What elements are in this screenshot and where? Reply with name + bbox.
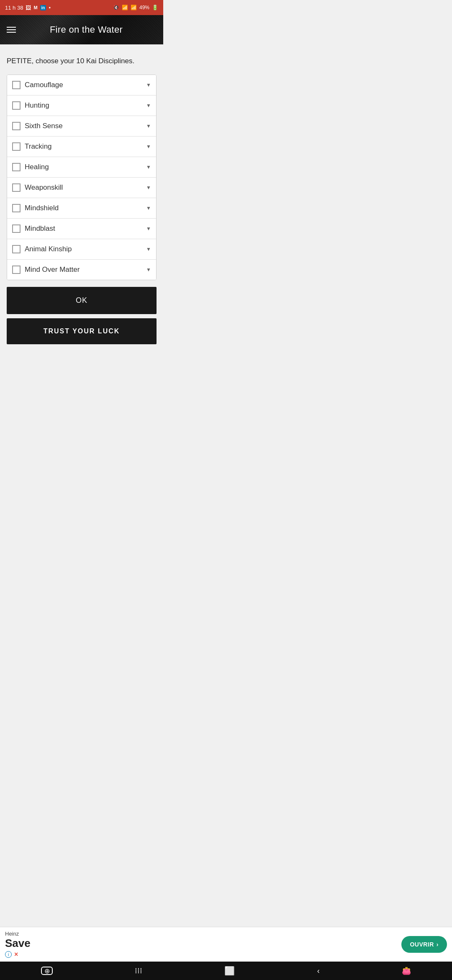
status-bar: 11 h 38 🖼 M in • 🔇 📶 📶 49% 🔋 [0,0,163,15]
discipline-left-mindblast: Mindblast [12,224,55,233]
mute-icon: 🔇 [113,5,119,10]
wifi-icon: 📶 [122,5,128,10]
discipline-item-animal-kinship[interactable]: Animal Kinship▼ [7,239,156,260]
discipline-label-hunting: Hunting [25,101,49,110]
discipline-item-hunting[interactable]: Hunting▼ [7,95,156,116]
discipline-chevron-hunting: ▼ [146,103,151,108]
trust-your-luck-button[interactable]: TRUST YOUR LUCK [7,318,157,344]
discipline-checkbox-sixth-sense[interactable] [12,122,21,130]
status-right: 🔇 📶 📶 49% 🔋 [113,5,158,10]
hamburger-menu[interactable] [7,27,16,33]
discipline-item-sixth-sense[interactable]: Sixth Sense▼ [7,116,156,137]
signal-icon: 📶 [131,5,137,10]
discipline-label-mind-over-matter: Mind Over Matter [25,266,80,274]
discipline-left-tracking: Tracking [12,142,52,151]
linkedin-icon: in [40,5,46,10]
discipline-chevron-animal-kinship: ▼ [146,246,151,252]
discipline-label-animal-kinship: Animal Kinship [25,245,72,253]
discipline-item-weaponskill[interactable]: Weaponskill▼ [7,178,156,198]
discipline-chevron-mind-over-matter: ▼ [146,267,151,273]
discipline-left-hunting: Hunting [12,101,49,110]
ok-button[interactable]: OK [7,287,157,314]
discipline-chevron-camouflage: ▼ [146,82,151,88]
discipline-checkbox-healing[interactable] [12,163,21,171]
dot-indicator: • [49,5,51,11]
status-time: 11 h 38 [5,5,23,11]
discipline-label-sixth-sense: Sixth Sense [25,122,63,130]
app-header: Fire on the Water [0,15,163,44]
discipline-chevron-sixth-sense: ▼ [146,123,151,129]
status-left: 11 h 38 🖼 M in • [5,5,51,11]
discipline-label-mindshield: Mindshield [25,204,59,212]
battery-level: 49% [139,5,149,10]
discipline-label-camouflage: Camouflage [25,81,63,89]
discipline-item-tracking[interactable]: Tracking▼ [7,137,156,157]
discipline-label-weaponskill: Weaponskill [25,183,63,192]
discipline-checkbox-animal-kinship[interactable] [12,245,21,253]
discipline-checkbox-mindblast[interactable] [12,224,21,233]
discipline-checkbox-weaponskill[interactable] [12,183,21,192]
discipline-checkbox-tracking[interactable] [12,142,21,151]
discipline-checkbox-hunting[interactable] [12,101,21,110]
discipline-left-animal-kinship: Animal Kinship [12,245,72,253]
gmail-icon: M [33,5,37,10]
discipline-left-weaponskill: Weaponskill [12,183,63,192]
discipline-checkbox-camouflage[interactable] [12,81,21,89]
discipline-item-mindblast[interactable]: Mindblast▼ [7,219,156,239]
discipline-chevron-mindblast: ▼ [146,226,151,232]
discipline-item-camouflage[interactable]: Camouflage▼ [7,75,156,95]
discipline-left-mind-over-matter: Mind Over Matter [12,266,80,274]
discipline-item-mindshield[interactable]: Mindshield▼ [7,198,156,219]
discipline-chevron-tracking: ▼ [146,144,151,150]
disciplines-list: Camouflage▼Hunting▼Sixth Sense▼Tracking▼… [7,75,157,280]
discipline-chevron-weaponskill: ▼ [146,185,151,191]
discipline-left-mindshield: Mindshield [12,204,59,212]
discipline-left-sixth-sense: Sixth Sense [12,122,63,130]
discipline-left-camouflage: Camouflage [12,81,63,89]
discipline-chevron-healing: ▼ [146,164,151,170]
main-content: PETITE, choose your 10 Kai Disciplines. … [0,44,163,353]
discipline-checkbox-mind-over-matter[interactable] [12,266,21,274]
discipline-item-mind-over-matter[interactable]: Mind Over Matter▼ [7,260,156,280]
discipline-label-tracking: Tracking [25,142,52,151]
photo-icon: 🖼 [26,5,31,11]
discipline-item-healing[interactable]: Healing▼ [7,157,156,178]
instruction-text: PETITE, choose your 10 Kai Disciplines. [7,57,157,65]
discipline-label-mindblast: Mindblast [25,224,55,233]
discipline-left-healing: Healing [12,163,49,171]
discipline-checkbox-mindshield[interactable] [12,204,21,212]
app-title: Fire on the Water [16,24,157,35]
discipline-chevron-mindshield: ▼ [146,205,151,211]
discipline-label-healing: Healing [25,163,49,171]
battery-icon: 🔋 [152,5,158,10]
